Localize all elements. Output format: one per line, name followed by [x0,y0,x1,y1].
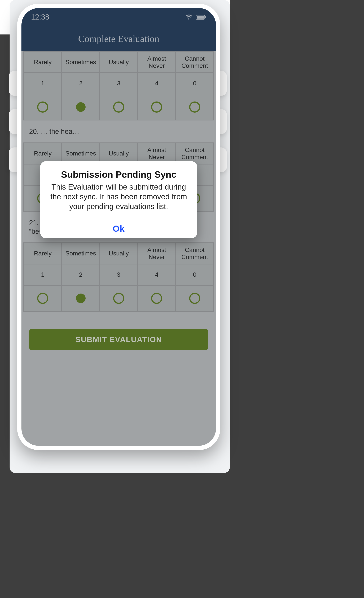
status-bar: 12:38 [21,8,216,26]
col-value: 0 [176,264,214,285]
col-value: 3 [100,73,138,94]
question-21-options-table: Rarely Sometimes Usually Almost Never Ca… [23,242,214,312]
submit-evaluation-button[interactable]: SUBMIT EVALUATION [29,329,208,350]
radio-almost-never[interactable] [138,285,176,311]
radio-icon [113,293,124,304]
radio-cannot-comment[interactable] [176,285,214,311]
page-title: Complete Evaluation [78,33,159,44]
radio-sometimes[interactable] [62,285,99,311]
radio-icon [151,101,162,113]
dialog-body: This Evaluation will be submitted during… [40,182,197,219]
radio-icon [113,101,124,113]
col-value: 1 [24,73,62,94]
radio-icon [151,293,162,304]
question-20-text: 20. … the hea… [21,120,216,142]
radio-row [24,285,214,311]
radio-usually[interactable] [100,285,138,311]
col-label: Almost Never [138,143,176,164]
col-value: 0 [176,73,214,94]
col-value: 2 [62,264,99,285]
radio-icon [37,293,48,304]
radio-selected-icon [76,294,86,303]
header-row: Rarely Sometimes Usually Almost Never Ca… [24,51,214,73]
wifi-icon [185,15,192,20]
header-row: Rarely Sometimes Usually Almost Never Ca… [24,143,214,164]
status-icons [185,15,207,20]
col-label: Rarely [24,143,62,164]
pending-sync-dialog: Submission Pending Sync This Evaluation … [40,161,197,238]
radio-icon [189,101,200,113]
col-label: Cannot Comment [176,243,214,264]
svg-rect-2 [205,16,206,18]
col-label: Almost Never [138,51,176,73]
phone-frame: 12:38 Complete Evaluation Rarely Sometim… [17,4,220,450]
col-value: 2 [62,73,99,94]
col-value: 4 [138,264,176,285]
radio-rarely[interactable] [24,94,62,120]
status-time: 12:38 [31,13,49,21]
col-label: Cannot Comment [176,51,214,73]
radio-row [24,94,214,120]
radio-cannot-comment[interactable] [176,94,214,120]
col-label: Sometimes [62,143,99,164]
col-value: 1 [24,264,62,285]
radio-rarely[interactable] [24,285,62,311]
value-row: 1 2 3 4 0 [24,73,214,94]
radio-icon [37,101,48,113]
col-label: Rarely [24,51,62,73]
radio-almost-never[interactable] [138,94,176,120]
col-label: Rarely [24,243,62,264]
header-row: Rarely Sometimes Usually Almost Never Ca… [24,243,214,264]
col-value: 4 [138,73,176,94]
col-label: Usually [100,243,138,264]
col-label: Almost Never [138,243,176,264]
question-19-block: Rarely Sometimes Usually Almost Never Ca… [21,51,216,120]
radio-selected-icon [76,102,86,112]
col-label: Sometimes [62,243,99,264]
dialog-title: Submission Pending Sync [40,161,197,182]
svg-rect-1 [197,16,204,19]
col-value: 3 [100,264,138,285]
radio-icon [189,293,200,304]
question-19-options-table: Rarely Sometimes Usually Almost Never Ca… [23,51,214,120]
phone-screen: 12:38 Complete Evaluation Rarely Sometim… [21,8,216,446]
col-label: Sometimes [62,51,99,73]
col-label: Cannot Comment [176,143,214,164]
dialog-ok-button[interactable]: Ok [40,219,197,238]
col-label: Usually [100,143,138,164]
col-label: Usually [100,51,138,73]
battery-icon [196,15,207,20]
radio-sometimes[interactable] [62,94,99,120]
app-header: Complete Evaluation [21,26,216,51]
value-row: 1 2 3 4 0 [24,264,214,285]
radio-usually[interactable] [100,94,138,120]
submit-area: SUBMIT EVALUATION [21,312,216,358]
